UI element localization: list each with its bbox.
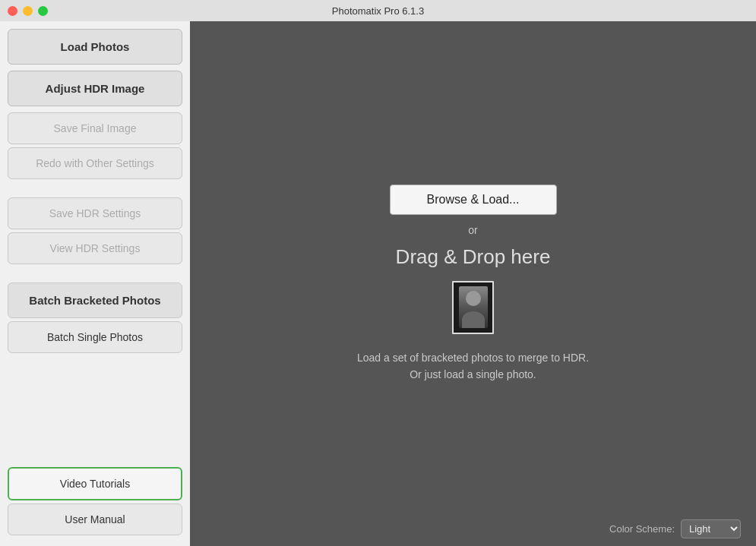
- photo-preview-image: [452, 281, 494, 334]
- user-manual-button[interactable]: User Manual: [8, 503, 182, 535]
- view-hdr-settings-button[interactable]: View HDR Settings: [8, 232, 182, 264]
- color-scheme-label: Color Scheme:: [609, 523, 675, 535]
- close-button[interactable]: [8, 6, 17, 16]
- content-area: Browse & Load... or Drag & Drop here Loa…: [190, 21, 756, 546]
- color-scheme-select[interactable]: Light Dark: [681, 519, 741, 538]
- sidebar-spacer: [8, 356, 182, 467]
- sidebar-gap-2: [8, 267, 182, 282]
- batch-bracketed-button[interactable]: Batch Bracketed Photos: [8, 282, 182, 318]
- drag-drop-label: Drag & Drop here: [396, 245, 551, 269]
- maximize-button[interactable]: [38, 6, 48, 16]
- desc-line2: Or just load a single photo.: [410, 368, 536, 380]
- drop-area: Browse & Load... or Drag & Drop here Loa…: [357, 185, 589, 383]
- app-title: Photomatix Pro 6.1.3: [332, 5, 424, 17]
- main-layout: Load Photos Adjust HDR Image Save Final …: [0, 21, 756, 546]
- redo-settings-button[interactable]: Redo with Other Settings: [8, 147, 182, 179]
- bottom-bar: Color Scheme: Light Dark: [609, 519, 741, 538]
- photo-face: [459, 286, 488, 328]
- titlebar: Photomatix Pro 6.1.3: [0, 0, 756, 21]
- save-final-button[interactable]: Save Final Image: [8, 112, 182, 144]
- video-tutorials-button[interactable]: Video Tutorials: [8, 467, 182, 500]
- desc-line1: Load a set of bracketed photos to merge …: [357, 352, 589, 364]
- browse-load-button[interactable]: Browse & Load...: [390, 185, 557, 215]
- load-photos-button[interactable]: Load Photos: [8, 29, 182, 65]
- sidebar: Load Photos Adjust HDR Image Save Final …: [0, 21, 190, 546]
- description-text: Load a set of bracketed photos to merge …: [357, 349, 589, 383]
- minimize-button[interactable]: [23, 6, 33, 16]
- adjust-hdr-button[interactable]: Adjust HDR Image: [8, 71, 182, 106]
- window-controls: [8, 6, 48, 16]
- or-label: or: [468, 224, 477, 236]
- save-hdr-settings-button[interactable]: Save HDR Settings: [8, 197, 182, 229]
- batch-single-button[interactable]: Batch Single Photos: [8, 321, 182, 353]
- sidebar-gap-1: [8, 182, 182, 197]
